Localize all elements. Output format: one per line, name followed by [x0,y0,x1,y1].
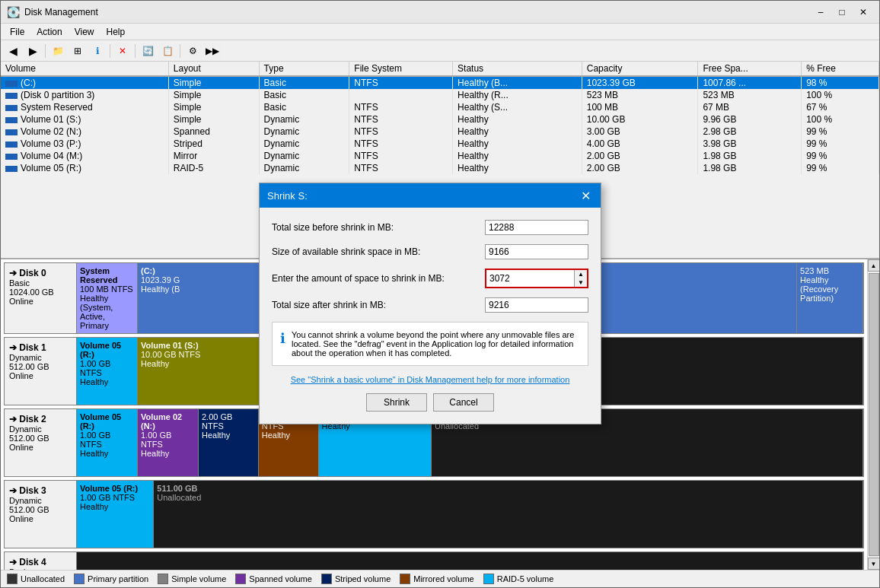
toolbar-btn2[interactable]: ⊞ [69,43,87,59]
disk1-part-vol01[interactable]: Volume 01 (S:) 10.00 GB NTFS Healthy [138,338,261,405]
dialog-close-button[interactable]: ✕ [578,188,593,203]
disk1-status: Online [9,371,72,380]
disk1-vol05-status: Healthy [80,377,134,386]
help-link[interactable]: See "Shrink a basic volume" in Disk Mana… [272,375,588,384]
col-volume: Volume [1,62,168,76]
table-row[interactable]: Volume 04 (M:) Mirror Dynamic NTFS Healt… [1,150,879,162]
scroll-up-button[interactable]: ▲ [868,259,880,272]
legend-mirrored-color [400,574,410,584]
minimize-button[interactable]: – [811,5,831,20]
disk3-vol05-name: Volume 05 (R:) [80,484,150,493]
legend-mirrored-label: Mirrored volume [413,574,473,583]
scroll-down-button[interactable]: ▼ [868,558,880,570]
scroll-thumb[interactable] [869,273,879,556]
disk1-part-vol05[interactable]: Volume 05 (R:) 1.00 GB NTFS Healthy [77,338,138,405]
disk2-vol02-size: 1.00 GB NTFS [141,431,195,449]
col-filesystem: File System [349,62,453,76]
disk3-part-vol05[interactable]: Volume 05 (R:) 1.00 GB NTFS Healthy [77,481,154,548]
legend-simple-label: Simple volume [171,574,226,583]
legend-raid5-label: RAID-5 volume [497,574,554,583]
disk0-part-sysreserved[interactable]: System Reserved 100 MB NTFS Healthy (Sys… [77,263,138,333]
info-box: ℹ You cannot shrink a volume beyond the … [272,322,588,366]
disk0-part-recovery[interactable]: 523 MB Healthy (Recovery Partition) [797,263,863,333]
maximize-button[interactable]: □ [832,5,852,20]
toolbar-forward[interactable]: ▶ [24,43,42,59]
disk0-part-recovery-size: 523 MB [800,266,859,275]
disk1-vol01-name: Volume 01 (S:) [141,341,257,350]
disk1-name: ➔ Disk 1 [9,342,72,353]
table-row[interactable]: Volume 02 (N:) Spanned Dynamic NTFS Heal… [1,126,879,138]
legend-primary: Primary partition [74,574,148,584]
toolbar-btn7[interactable]: ⚙ [183,43,202,59]
toolbar-back[interactable]: ◀ [4,43,22,59]
disk2-part-vol05[interactable]: Volume 05 (R:) 1.00 GB NTFS Healthy [77,409,138,476]
disk4-row: ➔ Disk 4 Basic [4,551,864,570]
toolbar-btn3[interactable]: ℹ [88,43,107,59]
table-row[interactable]: (Disk 0 partition 3) Simple Basic Health… [1,89,879,101]
legend-striped: Striped volume [321,574,391,584]
disk2-vol02-name: Volume 02 (N:) [141,412,195,431]
toolbar-btn4[interactable]: ✕ [113,43,132,59]
disk3-unalloc-name: 511.00 GB [157,484,859,493]
dialog-body: Total size before shrink in MB: 12288 Si… [260,208,601,424]
disk2-mirror-status: Healthy [262,431,315,440]
disk2-part-vol02[interactable]: Volume 02 (N:) 1.00 GB NTFS Healthy [138,409,199,476]
cell-volume: Volume 03 (P:) [1,138,168,150]
spinner-up[interactable]: ▲ [575,270,587,278]
app-icon: 💽 [7,6,20,18]
shrink-button[interactable]: Shrink [366,393,427,412]
legend-raid5: RAID-5 volume [483,574,554,584]
disk2-part-striped[interactable]: 2.00 GB NTFS Healthy [199,409,259,476]
toolbar-sep1 [45,44,46,58]
disk2-vol05-size: 1.00 GB NTFS [80,431,134,449]
cell-fs: NTFS [349,76,453,89]
toolbar-btn6[interactable]: 📋 [158,43,177,59]
menu-file[interactable]: File [4,25,30,39]
cell-pct: 67 % [802,101,879,113]
cell-fs: NTFS [349,113,453,126]
titlebar-left: 💽 Disk Management [7,6,98,18]
disk0-type: Basic [9,278,72,288]
amount-row: Enter the amount of space to shrink in M… [272,269,588,288]
cell-volume: Volume 02 (N:) [1,126,168,138]
shrink-dialog: Shrink S: ✕ Total size before shrink in … [259,183,601,424]
col-type: Type [259,62,349,76]
table-row[interactable]: Volume 03 (P:) Striped Dynamic NTFS Heal… [1,138,879,150]
menu-view[interactable]: View [69,25,100,39]
cell-fs: NTFS [349,162,453,174]
cell-pct: 99 % [802,162,879,174]
total-size-value: 12288 [485,220,588,235]
menu-help[interactable]: Help [100,25,132,39]
disk4-unallocated[interactable] [77,552,863,570]
table-row[interactable]: (C:) Simple Basic NTFS Healthy (B... 102… [1,76,879,89]
table-row[interactable]: Volume 01 (S:) Simple Dynamic NTFS Healt… [1,113,879,126]
table-row[interactable]: System Reserved Simple Basic NTFS Health… [1,101,879,113]
disk3-name: ➔ Disk 3 [9,485,72,496]
toolbar-btn8[interactable]: ▶▶ [203,43,222,59]
legend-unallocated-color [7,574,18,584]
cell-free: 3.98 GB [698,138,802,150]
spinner-down[interactable]: ▼ [575,278,587,287]
disk0-part-sysreserved-name: System Reserved [80,266,134,284]
cell-fs: NTFS [349,101,453,113]
disk3-unallocated[interactable]: 511.00 GB Unallocated [154,481,863,548]
table-row[interactable]: Volume 05 (R:) RAID-5 Dynamic NTFS Healt… [1,162,879,174]
menu-action[interactable]: Action [30,25,68,39]
toolbar-btn1[interactable]: 📁 [49,43,67,59]
available-row: Size of available shrink space in MB: 91… [272,244,588,259]
disk2-type: Dynamic [9,424,72,434]
col-layout: Layout [168,62,259,76]
toolbar-sep4 [180,44,180,58]
cell-pct: 99 % [802,150,879,162]
cell-capacity: 4.00 GB [582,138,698,150]
cell-status: Healthy (S... [453,101,582,113]
close-button[interactable]: ✕ [853,5,873,20]
cancel-button[interactable]: Cancel [433,393,494,412]
legend: Unallocated Primary partition Simple vol… [1,570,879,587]
toolbar-btn5[interactable]: 🔄 [139,43,157,59]
disk3-vol05-size: 1.00 GB NTFS [80,493,150,502]
disk0-name: ➔ Disk 0 [9,268,72,278]
amount-input[interactable] [486,270,574,287]
cell-capacity: 100 MB [582,101,698,113]
disk1-label: ➔ Disk 1 Dynamic 512.00 GB Online [5,338,77,405]
